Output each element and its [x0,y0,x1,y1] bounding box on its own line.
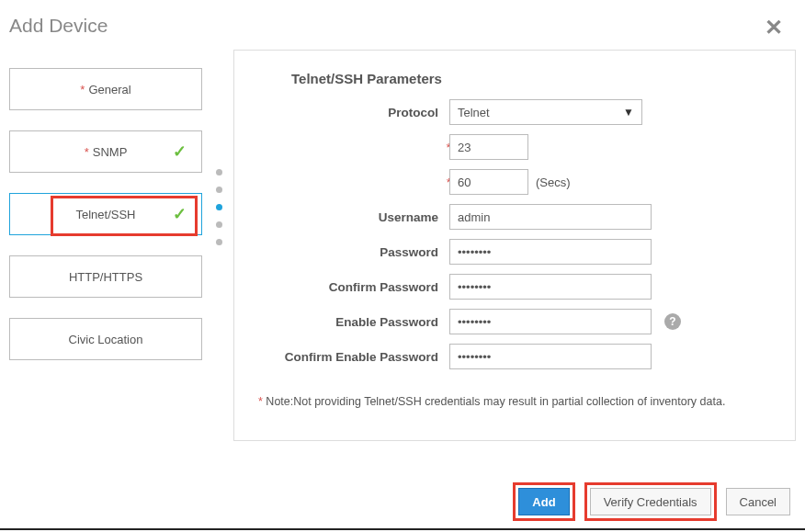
required-marker: * [85,145,89,159]
sidebar-item-http-https[interactable]: HTTP/HTTPS [9,255,202,298]
dialog-title: Add Device [0,0,805,46]
panel-title: Telnet/SSH Parameters [291,71,771,86]
sidebar-item-label: General [88,83,130,96]
dot [216,169,222,175]
sidebar-item-general[interactable]: * General [9,68,202,110]
confirm-enable-password-label: Confirm Enable Password [258,350,449,364]
cli-port-input[interactable] [449,134,528,160]
sidebar-item-civic-location[interactable]: Civic Location [9,318,202,360]
check-icon: ✓ [173,141,187,162]
confirm-password-label: Confirm Password [258,280,449,294]
protocol-value: Telnet [458,106,490,119]
enable-password-input[interactable] [449,309,652,334]
add-button[interactable]: Add [518,488,569,515]
dot-active [216,204,222,210]
timeout-input[interactable] [449,169,528,195]
step-dots [211,50,226,441]
help-icon[interactable]: ? [664,313,681,330]
confirm-password-input[interactable] [449,274,652,300]
sidebar-item-label: Telnet/SSH [75,208,135,221]
step-sidebar: * General * SNMP ✓ Telnet/SSH ✓ HTTP/HTT… [9,50,202,441]
cancel-button[interactable]: Cancel [726,488,790,515]
required-marker: * [80,83,85,96]
sidebar-item-label: HTTP/HTTPS [69,270,142,284]
username-input[interactable] [449,204,652,230]
password-label: Password [258,245,449,259]
sidebar-item-snmp[interactable]: * SNMP ✓ [9,130,202,173]
dialog-footer: Add Verify Credentials Cancel [513,482,790,521]
divider [0,528,805,530]
password-input[interactable] [449,239,652,265]
dot [216,221,222,228]
username-label: Username [258,210,449,224]
enable-password-label: Enable Password [258,315,449,329]
highlight-box: Verify Credentials [584,482,717,521]
timeout-unit: (Secs) [536,175,571,189]
close-icon[interactable]: ✕ [765,17,783,39]
highlight-box: Add [513,482,574,521]
protocol-select[interactable]: Telnet ▼ [449,99,642,125]
confirm-enable-password-input[interactable] [449,344,652,369]
form-panel: Telnet/SSH Parameters Protocol Telnet ▼ … [233,50,796,441]
chevron-down-icon: ▼ [623,106,634,119]
protocol-label: Protocol [258,106,449,119]
dot [216,239,222,245]
check-icon: ✓ [173,204,187,224]
sidebar-item-label: SNMP [93,145,128,159]
sidebar-item-telnet-ssh[interactable]: Telnet/SSH ✓ [9,193,202,235]
sidebar-item-label: Civic Location [69,333,143,346]
dot [216,187,222,193]
verify-credentials-button[interactable]: Verify Credentials [590,488,711,515]
footnote: * Note:Not providing Telnet/SSH credenti… [258,395,771,408]
